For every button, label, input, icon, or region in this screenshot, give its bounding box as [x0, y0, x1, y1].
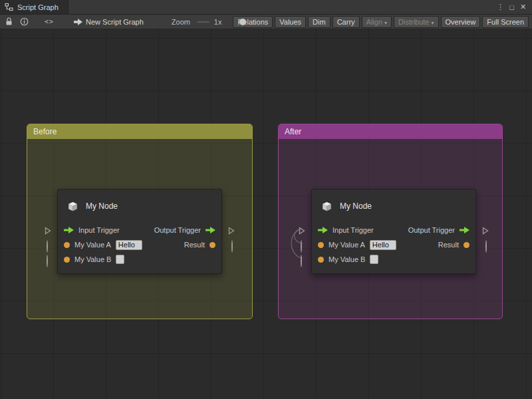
zoom-slider-knob[interactable] [239, 19, 246, 25]
port-row: My Value A Result [58, 237, 221, 252]
zoom-slider-track [197, 21, 209, 23]
group-after-header[interactable]: After [279, 124, 502, 139]
value-a-input[interactable] [116, 240, 142, 250]
value-a-input[interactable] [370, 240, 396, 250]
node-title: My Node [340, 201, 372, 211]
external-value-port[interactable] [301, 255, 302, 267]
values-button[interactable]: Values [275, 16, 306, 28]
external-result-port[interactable] [485, 241, 487, 253]
external-trigger-out-port[interactable] [228, 225, 235, 237]
port-row: Input Trigger Output Trigger [58, 223, 221, 237]
align-button[interactable]: Align▾ [362, 16, 392, 28]
port-label: Result [184, 241, 205, 249]
graph-asset-name[interactable]: New Script Graph [74, 18, 144, 26]
result-output-port[interactable] [464, 242, 469, 248]
port-label: Result [438, 241, 459, 249]
graph-canvas[interactable]: Before My Node Input Trigger Output Trig… [0, 29, 532, 399]
align-label: Align [366, 18, 382, 26]
maximize-icon[interactable]: □ [506, 3, 517, 11]
external-trigger-in-port[interactable] [45, 225, 51, 237]
script-graph-window: Script Graph ⋮ □ ✕ <> New Script Graph Z… [0, 0, 532, 399]
tab-script-graph[interactable]: Script Graph [0, 0, 68, 14]
full-screen-button[interactable]: Full Screen [482, 16, 529, 28]
group-before-header[interactable]: Before [27, 124, 252, 139]
node-header[interactable]: My Node [58, 190, 221, 223]
port-row: Input Trigger Output Trigger [312, 223, 475, 237]
port-label: My Value B [74, 255, 111, 263]
port-label: My Value A [329, 241, 365, 249]
external-value-port[interactable] [47, 241, 48, 253]
script-graph-asset-icon [74, 19, 82, 25]
chevron-down-icon: ▾ [384, 20, 387, 26]
external-value-port[interactable] [47, 255, 48, 267]
tab-bar: Script Graph ⋮ □ ✕ [0, 0, 532, 15]
zoom-slider[interactable] [197, 18, 209, 26]
port-label: Input Trigger [332, 226, 374, 234]
toolbar-buttons: Relations Values Dim Carry Align▾ Distri… [231, 16, 529, 28]
kebab-menu-icon[interactable]: ⋮ [495, 3, 506, 11]
unit-cube-icon [321, 200, 333, 213]
port-row: My Value B [58, 252, 221, 267]
group-title: After [285, 127, 301, 136]
external-result-port[interactable] [231, 241, 233, 253]
trigger-input-port[interactable] [318, 227, 328, 233]
external-trigger-in-port[interactable] [299, 225, 305, 237]
zoom-value: 1x [214, 18, 222, 26]
tab-title: Script Graph [17, 3, 59, 11]
port-label: My Value B [329, 255, 365, 263]
lock-icon[interactable] [5, 17, 13, 26]
value-input-port[interactable] [318, 242, 324, 248]
my-node[interactable]: My Node Input Trigger Output Trigger My … [57, 189, 222, 274]
trigger-input-port[interactable] [64, 227, 74, 233]
info-icon[interactable] [20, 17, 29, 26]
carry-button[interactable]: Carry [332, 16, 360, 28]
value-b-input[interactable] [116, 255, 124, 264]
node-title: My Node [86, 201, 118, 211]
unit-cube-icon [66, 200, 79, 213]
group-title: Before [33, 127, 57, 136]
port-row: My Value B [312, 252, 475, 267]
group-after[interactable]: After My Node Input Trigger [278, 124, 503, 319]
port-row: My Value A Result [312, 237, 475, 252]
port-label: My Value A [74, 241, 111, 249]
graph-toolbar: <> New Script Graph Zoom 1x Relations Va… [0, 15, 532, 29]
result-output-port[interactable] [209, 242, 215, 248]
node-header[interactable]: My Node [312, 190, 475, 223]
group-before[interactable]: Before My Node Input Trigger Output Trig… [27, 124, 253, 319]
dim-button[interactable]: Dim [308, 16, 331, 28]
value-input-port[interactable] [64, 257, 70, 263]
trigger-output-port[interactable] [205, 227, 215, 233]
port-label: Output Trigger [408, 226, 455, 234]
port-label: Output Trigger [154, 226, 201, 234]
overview-button[interactable]: Overview [441, 16, 481, 28]
code-view-icon[interactable]: <> [45, 18, 54, 25]
chevron-down-icon: ▾ [432, 20, 434, 26]
port-label: Input Trigger [78, 226, 120, 234]
value-b-input[interactable] [370, 255, 378, 264]
value-input-port[interactable] [64, 242, 70, 248]
trigger-output-port[interactable] [460, 227, 469, 233]
external-trigger-out-port[interactable] [482, 225, 489, 237]
zoom-label: Zoom [172, 18, 190, 26]
my-node[interactable]: My Node Input Trigger Output Trigger My … [311, 189, 476, 274]
value-input-port[interactable] [318, 257, 324, 263]
distribute-label: Distribute [398, 18, 429, 26]
distribute-button[interactable]: Distribute▾ [394, 16, 438, 28]
graph-tab-icon [5, 3, 13, 11]
close-icon[interactable]: ✕ [517, 3, 529, 11]
graph-asset-label: New Script Graph [86, 18, 144, 26]
external-value-port[interactable] [301, 241, 302, 253]
window-controls: ⋮ □ ✕ [495, 0, 532, 14]
